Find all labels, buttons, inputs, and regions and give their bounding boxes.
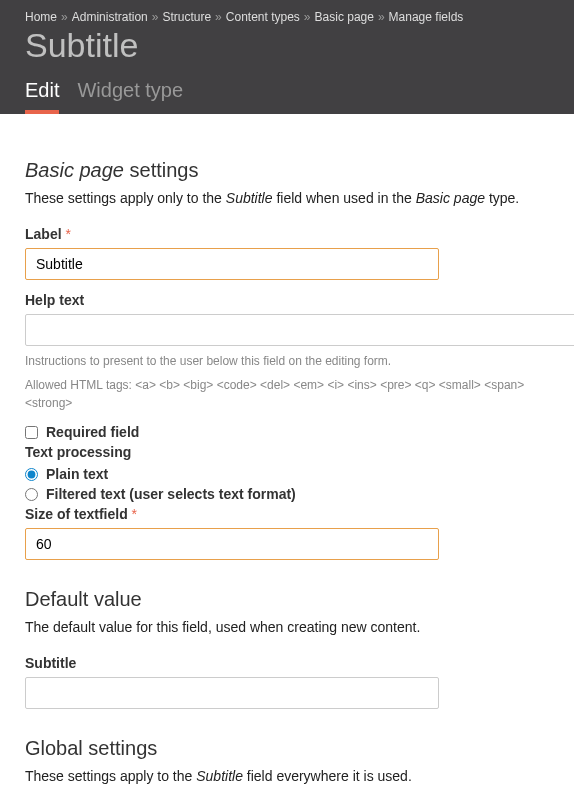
helptext-input[interactable] (25, 314, 574, 346)
tabs: Edit Widget type (25, 79, 549, 114)
breadcrumb-contenttypes[interactable]: Content types (226, 10, 300, 24)
breadcrumb-home[interactable]: Home (25, 10, 57, 24)
required-label: Required field (46, 424, 139, 440)
breadcrumb-structure[interactable]: Structure (162, 10, 211, 24)
default-subtitle-input[interactable] (25, 677, 439, 709)
textprocessing-label: Text processing (25, 444, 549, 460)
size-input[interactable] (25, 528, 439, 560)
breadcrumb-managefields[interactable]: Manage fields (389, 10, 464, 24)
tab-widget-type[interactable]: Widget type (77, 79, 183, 114)
breadcrumb-basicpage[interactable]: Basic page (315, 10, 374, 24)
globalsettings-title: Global settings (25, 737, 549, 760)
default-subtitle-label: Subtitle (25, 655, 549, 671)
label-field-label: Label * (25, 226, 549, 242)
breadcrumb: Home»Administration»Structure»Content ty… (25, 10, 549, 24)
required-checkbox[interactable] (25, 426, 38, 439)
section-basicpage-settings-title: Basic page settings (25, 159, 549, 182)
helptext-desc2: Allowed HTML tags: <a> <b> <big> <code> … (25, 376, 549, 412)
globalsettings-desc: These settings apply to the Subtitle fie… (25, 768, 549, 784)
plaintext-label: Plain text (46, 466, 108, 482)
helptext-desc1: Instructions to present to the user belo… (25, 352, 549, 370)
page-title: Subtitle (25, 26, 549, 65)
plaintext-radio[interactable] (25, 468, 38, 481)
breadcrumb-admin[interactable]: Administration (72, 10, 148, 24)
defaultvalue-desc: The default value for this field, used w… (25, 619, 549, 635)
label-input[interactable] (25, 248, 439, 280)
size-label: Size of textfield * (25, 506, 549, 522)
filteredtext-radio[interactable] (25, 488, 38, 501)
helptext-label: Help text (25, 292, 549, 308)
defaultvalue-title: Default value (25, 588, 549, 611)
tab-edit[interactable]: Edit (25, 79, 59, 114)
section-basicpage-settings-desc: These settings apply only to the Subtitl… (25, 190, 549, 206)
filteredtext-label: Filtered text (user selects text format) (46, 486, 296, 502)
